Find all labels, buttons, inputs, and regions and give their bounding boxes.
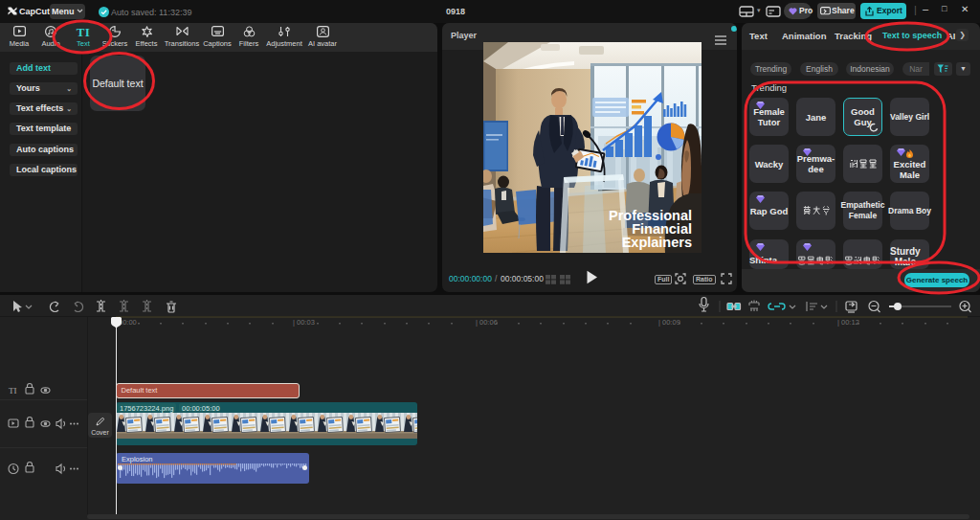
svg-text:Explainers: Explainers [622,235,692,250]
svg-text:| 00:06: | 00:06 [476,318,498,327]
svg-text:| 00:09: | 00:09 [658,318,680,327]
svg-text:| 00:03: | 00:03 [293,318,315,327]
svg-text:TI: TI [9,386,17,396]
svg-text:| 00:12: | 00:12 [837,318,859,327]
